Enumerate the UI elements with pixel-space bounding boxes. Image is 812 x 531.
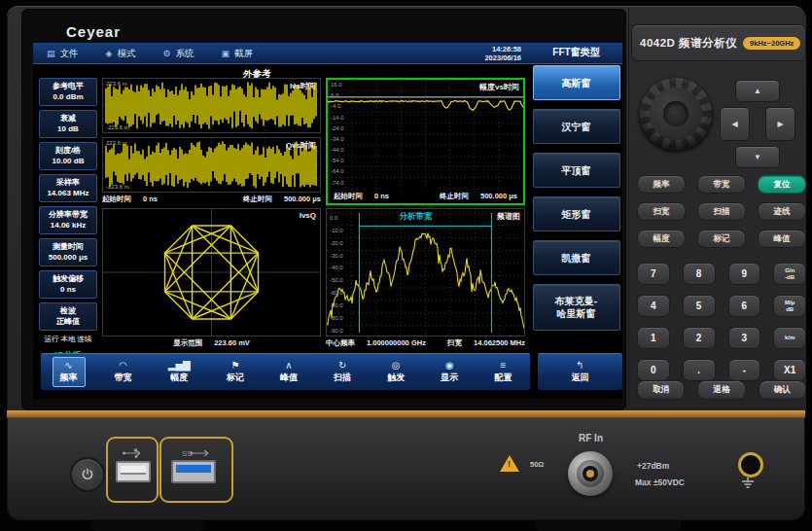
spectrum-analyzer-device: Ceyear ▤文件◈模式⚙系统▣截屏 14:26:58 2023/06/16 … [0, 0, 812, 531]
back-button[interactable]: ↰返回 [538, 353, 622, 390]
chart-amplitude-vs-time[interactable]: 幅度vs时间 起始时间0 ns 终止时间500.000 μs 16.06.0-4… [326, 78, 525, 205]
arrow-up-button[interactable]: ▲ [735, 80, 780, 102]
chart-i-vs-time[interactable]: Ivs时间 223.6 m -223.6 m [102, 78, 321, 133]
y-tick-label: -64.0 [331, 168, 344, 174]
power-button[interactable] [70, 457, 105, 492]
y-tick-label: -223.6 m [106, 184, 129, 190]
keypad-key-3[interactable]: 3 [728, 327, 761, 349]
menu-item-label: 截屏 [234, 48, 253, 60]
keypad-key-0[interactable]: 0 [637, 359, 670, 381]
toolbar-frequency[interactable]: ∿频率 [53, 357, 86, 387]
y-tick-label: -70.0 [330, 302, 343, 308]
chart-spectrum[interactable]: 分析带宽 频谱图 0.0-10.0-20.0-30.0-40.0-50.0-60… [326, 208, 525, 336]
keypad-key-.[interactable]: . [683, 359, 716, 381]
keypad-key-取消[interactable]: 取消 [637, 380, 685, 400]
keypad-key-M/μdB[interactable]: M/μ dB [773, 295, 806, 317]
keypad-key-G/n-dB[interactable]: G/n -dB [773, 263, 806, 285]
readout-value: 14.06 kHz [41, 221, 95, 231]
knob-center [663, 101, 688, 126]
sidebar-readout: 触发偏移0 ns [39, 270, 97, 299]
ground-icon [741, 478, 755, 489]
power-icon [81, 468, 94, 481]
usb-icon [108, 444, 157, 462]
keypad-key-5[interactable]: 5 [683, 295, 716, 317]
x-end-value: 500.000 μs [480, 192, 517, 201]
screenshot-icon: ▣ [222, 49, 230, 58]
menu-item-file[interactable]: ▤文件 [47, 48, 79, 60]
toolbar-sweep[interactable]: ↻扫描 [327, 358, 358, 386]
fft-window-button-5[interactable]: 布莱克曼- 哈里斯窗 [533, 284, 620, 331]
menu-item-system[interactable]: ⚙系统 [162, 48, 194, 60]
usb3-port [171, 460, 216, 483]
system-icon: ⚙ [162, 49, 170, 58]
hardkey-扫描[interactable]: 扫描 [697, 202, 746, 221]
fft-window-button-4[interactable]: 凯撒窗 [533, 240, 620, 275]
keypad-key-7[interactable]: 7 [637, 263, 670, 285]
keypad-key-退格[interactable]: 退格 [697, 380, 745, 400]
toolbar-amplitude[interactable]: ▂▅▇幅度 [161, 358, 197, 386]
chart-title: Qvs时间 [286, 140, 316, 151]
hardkey-标记[interactable]: 标记 [697, 230, 746, 248]
display-icon: ◉ [445, 360, 454, 371]
readout-value: 500.000 μs [41, 253, 95, 264]
hardkey-峰值[interactable]: 峰值 [758, 230, 806, 248]
menu-item-screenshot[interactable]: ▣截屏 [222, 48, 254, 60]
display-range-value: 223.60 mV [214, 338, 250, 348]
mode-icon: ◈ [106, 49, 113, 58]
readout-value: 10.00 dB [41, 157, 95, 167]
keypad-key-6[interactable]: 6 [728, 295, 761, 317]
toolbar-label: 频率 [60, 372, 78, 384]
toolbar-trigger[interactable]: ◎触发 [380, 358, 411, 386]
menu-item-mode[interactable]: ◈模式 [106, 48, 136, 60]
sidebar-readout: 测量时间500.000 μs [39, 238, 97, 266]
file-icon: ▤ [47, 49, 55, 58]
keypad-key-k/m[interactable]: k/m [773, 327, 806, 349]
rotary-knob[interactable] [640, 78, 712, 150]
hardkey-迹线[interactable]: 迹线 [758, 202, 806, 221]
hardkey-幅度[interactable]: 幅度 [637, 230, 686, 248]
keypad-key-1[interactable]: 1 [637, 327, 670, 349]
x-end-value: 500.000 μs [284, 195, 321, 204]
frequency-icon: ∿ [64, 360, 72, 371]
x-end-label: 终止时间 [440, 192, 469, 201]
readout-value: 0 ns [41, 285, 95, 296]
keypad-key-9[interactable]: 9 [728, 263, 761, 285]
arrow-left-button[interactable]: ◀ [720, 107, 750, 141]
sweep-icon: ↻ [338, 360, 346, 371]
readout-label: 测量时间 [41, 242, 95, 253]
keypad-key-2[interactable]: 2 [683, 327, 716, 349]
chart-q-vs-time[interactable]: Qvs时间 223.6 m -223.6 m [102, 137, 321, 193]
hardkey-频率[interactable]: 频率 [637, 175, 686, 194]
fft-window-button-3[interactable]: 矩形窗 [533, 196, 620, 231]
hardkey-扫宽[interactable]: 扫宽 [637, 202, 686, 221]
y-tick-label: -40.0 [330, 265, 343, 270]
hardkey-带宽[interactable]: 带宽 [697, 175, 746, 194]
fft-window-button-0[interactable]: 高斯窗 [533, 65, 620, 100]
fft-window-button-1[interactable]: 汉宁窗 [533, 109, 620, 144]
bottom-toolbar: ∿频率◠带宽▂▅▇幅度⚑标记∧峰值↻扫描◎触发◉显示≡配置 [41, 353, 530, 390]
keypad-key-X1[interactable]: X1 [773, 359, 806, 381]
sidebar-readout: 采样率14.063 MHz [39, 174, 97, 202]
chart-i-vs-q[interactable]: IvsQ [102, 208, 321, 336]
keypad-key-4[interactable]: 4 [637, 295, 670, 317]
toolbar-config[interactable]: ≡配置 [487, 358, 518, 386]
display-range-label: 显示范围 [173, 338, 202, 348]
keypad-key-确认[interactable]: 确认 [759, 380, 806, 400]
chart-title: IvsQ [300, 211, 316, 220]
menu-item-label: 模式 [117, 48, 135, 60]
back-label: 返回 [572, 372, 589, 384]
toolbar-label: 标记 [227, 372, 244, 384]
center-freq-value: 1.000000000 GHz [367, 338, 426, 348]
toolbar-label: 显示 [441, 372, 458, 384]
arrow-right-button[interactable]: ▶ [765, 107, 795, 141]
keypad-key--[interactable]: - [728, 359, 761, 381]
toolbar-bandwidth[interactable]: ◠带宽 [108, 358, 139, 386]
fft-window-button-2[interactable]: 平顶窗 [533, 153, 620, 188]
toolbar-display[interactable]: ◉显示 [434, 358, 465, 386]
toolbar-marker[interactable]: ⚑标记 [220, 358, 251, 386]
bandwidth-icon: ◠ [119, 360, 127, 371]
toolbar-peak[interactable]: ∧峰值 [273, 358, 304, 386]
hardkey-复位[interactable]: 复位 [758, 175, 806, 194]
arrow-down-button[interactable]: ▼ [735, 146, 780, 168]
keypad-key-8[interactable]: 8 [683, 263, 716, 285]
